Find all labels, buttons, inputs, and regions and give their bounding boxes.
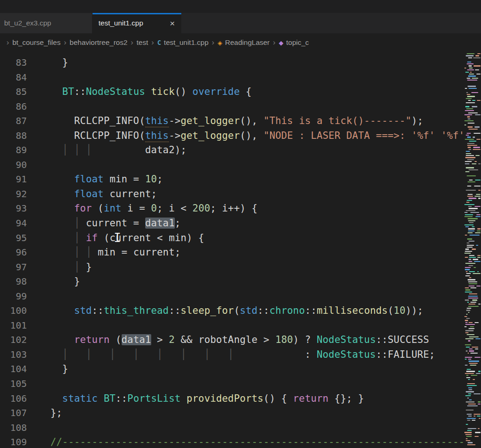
code-line[interactable]: 95 │ if (current < min) { xyxy=(0,231,464,246)
minimap-line xyxy=(467,175,476,176)
minimap-line xyxy=(468,232,472,233)
minimap-line xyxy=(469,283,477,284)
minimap-line xyxy=(464,316,467,317)
code-line[interactable]: 89 │ │ │ data2); xyxy=(0,143,464,158)
minimap-line xyxy=(469,222,474,223)
line-number[interactable]: 109 xyxy=(0,435,27,448)
line-number[interactable]: 92 xyxy=(0,187,27,202)
line-number[interactable]: 95 xyxy=(0,231,27,246)
line-number[interactable]: 100 xyxy=(0,304,27,318)
line-number[interactable]: 88 xyxy=(0,129,27,143)
line-number[interactable]: 90 xyxy=(0,158,27,173)
code-area[interactable]: 83 }8485 BT::NodeStatus tick() override … xyxy=(0,52,464,448)
code-line[interactable]: 102 return (data1 > 2 && robotAngle > 18… xyxy=(0,333,464,348)
code-line[interactable]: 93 for (int i = 0; i < 200; i++) { xyxy=(0,201,464,216)
code-line[interactable]: 90 xyxy=(0,158,464,173)
line-number[interactable]: 107 xyxy=(0,406,27,421)
line-number[interactable]: 96 xyxy=(0,245,27,260)
code-line[interactable]: 108 xyxy=(0,421,464,436)
code-line[interactable]: 104 } xyxy=(0,362,464,377)
line-number[interactable]: 98 xyxy=(0,274,27,289)
line-number[interactable]: 105 xyxy=(0,377,27,392)
minimap-line xyxy=(467,62,471,62)
minimap-line xyxy=(475,126,480,127)
breadcrumb-item-bt-course-files[interactable]: bt_course_files xyxy=(12,38,61,47)
minimap-line xyxy=(468,118,470,119)
minimap-line xyxy=(466,108,473,109)
minimap-line xyxy=(479,418,481,419)
line-number[interactable]: 99 xyxy=(0,289,27,304)
minimap-line xyxy=(466,92,468,93)
minimap-line xyxy=(475,114,481,115)
code-text: RCLCPP_INFO(this->get_logger(), "NODE : … xyxy=(50,129,464,143)
code-line[interactable]: 87 RCLCPP_INFO(this->get_logger(), "This… xyxy=(0,114,464,129)
minimap-line xyxy=(467,405,478,406)
line-number[interactable]: 103 xyxy=(0,348,27,362)
minimap-line xyxy=(473,259,478,260)
line-number[interactable]: 93 xyxy=(0,201,27,216)
minimap-line xyxy=(466,210,475,211)
minimap-line xyxy=(469,235,479,236)
line-number[interactable]: 87 xyxy=(0,114,27,129)
breadcrumb-item-topic-c[interactable]: ◆topic_c xyxy=(279,38,309,47)
line-number[interactable]: 91 xyxy=(0,172,27,187)
breadcrumb-item-readinglaser[interactable]: ◈ReadingLaser xyxy=(218,38,270,47)
minimap-line xyxy=(466,155,474,156)
line-number[interactable]: 85 xyxy=(0,85,27,100)
minimap-line xyxy=(472,100,475,101)
code-line[interactable]: 105 xyxy=(0,377,464,392)
code-line[interactable]: 98 } xyxy=(0,274,464,289)
breadcrumb-item-test-unit1-cpp[interactable]: Ctest_unit1.cpp xyxy=(157,38,209,47)
code-line[interactable]: 106 static BT::PortsList providedPorts()… xyxy=(0,392,464,406)
line-number[interactable]: 106 xyxy=(0,392,27,406)
code-line[interactable]: 109//-----------------------------------… xyxy=(0,435,464,448)
minimap-line xyxy=(469,259,471,260)
minimap-line xyxy=(478,404,481,404)
breadcrumb-item-behaviortree-ros2[interactable]: behaviortree_ros2 xyxy=(70,38,128,47)
breadcrumb-label: test_unit1.cpp xyxy=(164,38,209,47)
minimap-line xyxy=(477,255,481,256)
code-line[interactable]: 88 RCLCPP_INFO(this->get_logger(), "NODE… xyxy=(0,129,464,143)
minimap-line xyxy=(469,255,475,256)
minimap-line xyxy=(478,304,481,305)
tab-bt_u2_ex3-cpp[interactable]: bt_u2_ex3.cpp xyxy=(0,13,92,33)
line-number[interactable]: 89 xyxy=(0,143,27,158)
minimap[interactable] xyxy=(464,52,481,448)
code-line[interactable]: 96 │ │ min = current; xyxy=(0,245,464,260)
tab-test_unit1-cpp[interactable]: test_unit1.cpp × xyxy=(92,13,181,33)
code-line[interactable]: 100 std::this_thread::sleep_for(std::chr… xyxy=(0,304,464,318)
code-line[interactable]: 99 xyxy=(0,289,464,304)
code-line[interactable]: 101 xyxy=(0,318,464,333)
minimap-line xyxy=(469,241,475,242)
minimap-line xyxy=(467,69,474,70)
minimap-line xyxy=(477,257,481,258)
close-icon[interactable]: × xyxy=(170,19,175,28)
code-line[interactable]: 83 } xyxy=(0,56,464,70)
code-line[interactable]: 107}; xyxy=(0,406,464,421)
minimap-line xyxy=(472,106,477,107)
line-number[interactable]: 86 xyxy=(0,100,27,114)
line-number[interactable]: 84 xyxy=(0,70,27,85)
minimap-line xyxy=(468,353,469,354)
minimap-line xyxy=(465,214,473,215)
line-number[interactable]: 102 xyxy=(0,333,27,348)
line-number[interactable]: 104 xyxy=(0,362,27,377)
code-line[interactable]: 103 │ │ │ │ │ │ │ │ : NodeStatus::FAILUR… xyxy=(0,348,464,362)
code-line[interactable]: 97 │ } xyxy=(0,260,464,275)
code-line[interactable]: 91 float min = 10; xyxy=(0,172,464,187)
code-line[interactable]: 84 xyxy=(0,70,464,85)
code-line[interactable]: 92 float current; xyxy=(0,187,464,202)
line-number[interactable]: 83 xyxy=(0,56,27,70)
line-number[interactable]: 101 xyxy=(0,318,27,333)
minimap-line xyxy=(472,163,476,164)
minimap-line xyxy=(478,371,481,372)
minimap-line xyxy=(469,328,475,329)
code-text: return (data1 > 2 && robotAngle > 180) ?… xyxy=(50,333,429,348)
code-line[interactable]: 86 xyxy=(0,100,464,114)
code-line[interactable]: 85 BT::NodeStatus tick() override { xyxy=(0,85,464,100)
code-line[interactable]: 94 │ current = data1; xyxy=(0,216,464,231)
line-number[interactable]: 108 xyxy=(0,421,27,436)
line-number[interactable]: 94 xyxy=(0,216,27,231)
line-number[interactable]: 97 xyxy=(0,260,27,275)
breadcrumb-item-test[interactable]: test xyxy=(136,38,148,47)
